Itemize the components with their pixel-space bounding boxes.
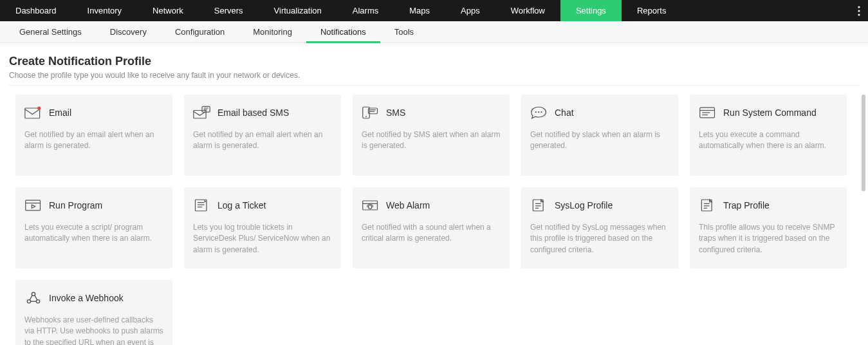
svg-rect-5: [194, 111, 206, 118]
card-desc: Get notified with a sound alert when a c…: [362, 222, 501, 245]
card-title: Invoke a Webhook: [49, 293, 124, 303]
page-content: Create Notification Profile Choose the p…: [0, 43, 868, 345]
svg-point-2: [858, 14, 860, 15]
subnav-label: Notifications: [320, 27, 366, 37]
nav-alarms[interactable]: Alarms: [337, 0, 394, 21]
card-chat[interactable]: Chat Get notified by slack when an alarm…: [521, 95, 678, 176]
subnav-label: Configuration: [175, 27, 225, 37]
subnav-tools[interactable]: Tools: [380, 21, 428, 42]
program-icon: [24, 198, 42, 213]
card-desc: Get notified by SMS alert when an alarm …: [362, 129, 501, 152]
card-run-program[interactable]: Run Program Lets you execute a script/ p…: [15, 187, 172, 268]
card-email-sms[interactable]: Email based SMS Get notified by an email…: [184, 95, 341, 176]
card-webhook[interactable]: Invoke a Webhook Webhooks are user-defin…: [15, 280, 172, 345]
card-title: Chat: [555, 107, 574, 118]
subnav-configuration[interactable]: Configuration: [161, 21, 239, 42]
command-icon: [699, 105, 717, 120]
svg-point-15: [538, 111, 539, 113]
more-menu-icon[interactable]: [858, 0, 860, 21]
card-title: Email based SMS: [217, 107, 289, 118]
card-trap[interactable]: Trap Profile This profile allows you to …: [690, 187, 847, 268]
subnav-label: General Settings: [19, 27, 82, 37]
subnav-label: Monitoring: [253, 27, 292, 37]
nav-dashboard[interactable]: Dashboard: [0, 0, 72, 21]
nav-label: Dashboard: [15, 6, 57, 15]
subnav-monitoring[interactable]: Monitoring: [239, 21, 306, 42]
card-title: Email: [49, 107, 71, 118]
card-desc: This profile allows you to receive SNMP …: [699, 222, 838, 256]
svg-point-16: [540, 111, 542, 113]
subnav-general-settings[interactable]: General Settings: [5, 21, 96, 42]
card-sms[interactable]: SMS Get notified by SMS alert when an al…: [353, 95, 510, 176]
scroll-area: Email Get notified by an email alert whe…: [9, 95, 859, 345]
card-title: Log a Ticket: [217, 200, 266, 210]
email-sms-icon: [193, 105, 211, 120]
card-desc: Get notified by an email alert when an a…: [193, 129, 332, 152]
card-run-command[interactable]: Run System Command Lets you execute a co…: [690, 95, 847, 176]
secondary-nav: General Settings Discovery Configuration…: [0, 21, 868, 43]
card-desc: Get notified by an email alert when an a…: [24, 129, 163, 152]
card-email[interactable]: Email Get notified by an email alert whe…: [15, 95, 172, 176]
svg-rect-3: [25, 108, 40, 118]
subnav-label: Tools: [394, 27, 414, 37]
web-alarm-icon: [362, 198, 380, 213]
svg-point-0: [858, 6, 860, 8]
email-icon: [24, 105, 42, 120]
subnav-notifications[interactable]: Notifications: [306, 21, 380, 42]
webhook-icon: [24, 290, 42, 306]
nav-inventory[interactable]: Inventory: [72, 0, 137, 21]
nav-label: Apps: [461, 6, 480, 15]
card-title: Run Program: [49, 200, 102, 210]
chat-icon: [530, 105, 548, 120]
svg-point-4: [37, 106, 41, 109]
nav-label: Reports: [637, 6, 667, 15]
card-title: SysLog Profile: [555, 200, 613, 210]
card-syslog[interactable]: SysLog Profile Get notified by SysLog me…: [521, 187, 678, 268]
nav-label: Settings: [576, 6, 606, 15]
card-desc: Lets you execute a command automatically…: [699, 129, 838, 152]
profile-card-grid: Email Get notified by an email alert whe…: [9, 95, 859, 345]
card-desc: Lets you execute a script/ program autom…: [24, 222, 163, 245]
nav-label: Inventory: [88, 6, 122, 15]
card-desc: Get notified by slack when an alarm is g…: [530, 129, 669, 152]
nav-apps[interactable]: Apps: [445, 0, 495, 21]
subnav-label: Discovery: [110, 27, 147, 37]
nav-reports[interactable]: Reports: [622, 0, 682, 21]
subnav-discovery[interactable]: Discovery: [96, 21, 161, 42]
card-title: Web Alarm: [386, 200, 430, 210]
svg-point-30: [369, 205, 372, 209]
ticket-icon: [193, 198, 211, 213]
card-desc: Get notified by SysLog messages when thi…: [530, 222, 669, 256]
card-desc: Webhooks are user-defined callbacks via …: [24, 315, 163, 345]
card-web-alarm[interactable]: Web Alarm Get notified with a sound aler…: [353, 187, 510, 268]
svg-point-40: [36, 300, 39, 303]
page-subtitle: Choose the profile type you would like t…: [9, 71, 859, 80]
page-title: Create Notification Profile: [9, 55, 859, 68]
nav-network[interactable]: Network: [137, 0, 199, 21]
card-title: Trap Profile: [723, 200, 770, 210]
trap-icon: [699, 198, 717, 213]
nav-servers[interactable]: Servers: [199, 0, 259, 21]
nav-label: Virtualization: [274, 6, 322, 15]
nav-workflow[interactable]: Workflow: [495, 0, 560, 21]
divider: [9, 85, 859, 86]
syslog-icon: [530, 198, 548, 213]
svg-point-1: [858, 10, 860, 12]
nav-virtualization[interactable]: Virtualization: [259, 0, 337, 21]
card-title: Run System Command: [723, 107, 817, 118]
primary-nav: Dashboard Inventory Network Servers Virt…: [0, 0, 868, 21]
svg-point-14: [535, 111, 537, 113]
card-log-ticket[interactable]: Log a Ticket Lets you log trouble ticket…: [184, 187, 341, 268]
scrollbar-track[interactable]: [862, 95, 865, 345]
svg-marker-23: [32, 205, 35, 208]
nav-maps[interactable]: Maps: [394, 0, 445, 21]
card-desc: Lets you log trouble tickets in ServiceD…: [193, 222, 332, 256]
svg-point-10: [365, 116, 367, 117]
nav-settings[interactable]: Settings: [560, 0, 622, 21]
card-title: SMS: [386, 107, 405, 118]
scrollbar-thumb[interactable]: [862, 95, 865, 191]
nav-label: Alarms: [353, 6, 378, 15]
nav-label: Network: [152, 6, 183, 15]
nav-label: Workflow: [511, 6, 545, 15]
sms-icon: [362, 105, 380, 120]
